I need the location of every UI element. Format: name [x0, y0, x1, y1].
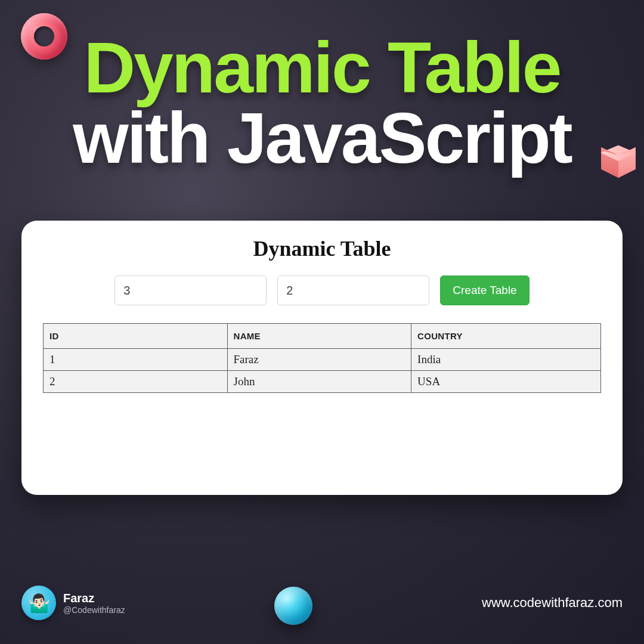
cell-country: India: [411, 349, 601, 371]
author-name: Faraz: [63, 592, 125, 605]
author-text: Faraz @Codewithfaraz: [63, 592, 125, 615]
data-table: ID NAME COUNTRY 1 Faraz India 2 John USA: [43, 323, 601, 393]
cell-id: 1: [44, 349, 228, 371]
demo-card: Dynamic Table Create Table ID NAME COUNT…: [21, 221, 623, 495]
footer: 🤷🏻‍♂️ Faraz @Codewithfaraz www.codewithf…: [21, 586, 623, 620]
rows-input[interactable]: [114, 275, 267, 305]
header-country: COUNTRY: [411, 324, 601, 349]
avatar: 🤷🏻‍♂️: [21, 586, 56, 620]
header-id: ID: [44, 324, 228, 349]
table-row: 1 Faraz India: [44, 349, 601, 371]
cell-id: 2: [44, 371, 228, 393]
header-name: NAME: [227, 324, 411, 349]
headline-line-2: with JavaScript: [0, 103, 644, 174]
cell-name: John: [227, 371, 411, 393]
create-table-button[interactable]: Create Table: [440, 275, 529, 305]
headline-line-1: Dynamic Table: [0, 33, 644, 103]
author-block: 🤷🏻‍♂️ Faraz @Codewithfaraz: [21, 586, 125, 620]
table-row: 2 John USA: [44, 371, 601, 393]
website-link[interactable]: www.codewithfaraz.com: [482, 595, 623, 611]
table-header-row: ID NAME COUNTRY: [44, 324, 601, 349]
card-title: Dynamic Table: [43, 236, 601, 261]
cols-input[interactable]: [277, 275, 429, 305]
input-row: Create Table: [43, 275, 601, 305]
avatar-emoji: 🤷🏻‍♂️: [28, 593, 50, 614]
page-headline: Dynamic Table with JavaScript: [0, 33, 644, 173]
cell-country: USA: [411, 371, 601, 393]
cell-name: Faraz: [227, 349, 411, 371]
author-handle: @Codewithfaraz: [63, 605, 125, 615]
